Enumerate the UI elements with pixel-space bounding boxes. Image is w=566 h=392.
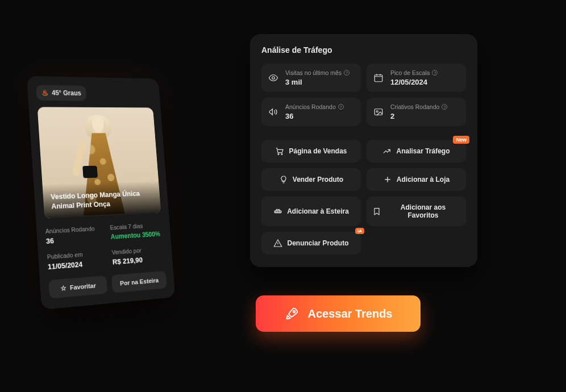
button-label: Página de Vendas xyxy=(289,147,347,155)
traffic-analysis-panel: Análise de Tráfego Visitas no último mês… xyxy=(250,34,477,267)
product-card-wrapper: ♨ 45° Graus Vestido Longo Manga Única An… xyxy=(34,74,182,309)
add-store-button[interactable]: Adicionar à Loja xyxy=(367,168,466,191)
meta-value: Aumentou 3500% xyxy=(110,230,163,241)
stat-label: Pico de Escala? xyxy=(390,69,438,76)
button-label: Adicionar aos Favoritos xyxy=(386,203,460,219)
conveyor-icon xyxy=(273,207,282,216)
rocket-icon xyxy=(284,306,300,322)
plus-icon xyxy=(383,175,392,184)
button-label: Denunciar Produto xyxy=(287,239,348,247)
add-favorites-button[interactable]: Adicionar aos Favoritos xyxy=(367,197,466,226)
meta-value: 36 xyxy=(46,233,102,245)
star-icon: ☆ xyxy=(60,284,66,293)
button-label: Adicionar à Esteira xyxy=(287,207,349,215)
meta-scale: Escala 7 dias Aumentou 3500% xyxy=(110,222,163,241)
panel-title: Análise de Tráfego xyxy=(261,45,466,55)
svg-rect-1 xyxy=(374,75,382,82)
stat-value: 36 xyxy=(285,112,344,120)
stat-ads: Anúncios Rodando? 36 xyxy=(261,98,361,126)
ia-badge: IA xyxy=(355,228,364,234)
help-icon[interactable]: ? xyxy=(442,104,447,110)
svg-point-9 xyxy=(280,211,280,212)
svg-point-10 xyxy=(293,311,295,313)
esteira-button[interactable]: Por na Esteira xyxy=(111,271,167,293)
product-card: ♨ 45° Graus Vestido Longo Manga Única An… xyxy=(27,76,176,310)
button-label: Adicionar à Loja xyxy=(397,176,450,184)
stat-value: 3 mil xyxy=(285,78,349,86)
esteira-label: Por na Esteira xyxy=(120,277,159,286)
product-meta: Anúncios Rodando 36 Escala 7 dias Aument… xyxy=(45,222,165,271)
megaphone-icon xyxy=(268,107,278,117)
sell-product-button[interactable]: Vender Produto xyxy=(261,168,361,191)
new-badge: New xyxy=(453,136,469,144)
sales-page-button[interactable]: Página de Vendas xyxy=(261,140,361,162)
eye-icon xyxy=(268,73,278,83)
actions-grid: Página de Vendas Analisar Tráfego New Ve… xyxy=(261,140,466,255)
svg-point-8 xyxy=(277,211,278,212)
meta-price: Vendido por R$ 219,90 xyxy=(111,245,165,266)
calendar-icon xyxy=(373,73,384,83)
help-icon[interactable]: ? xyxy=(338,104,344,110)
stats-grid: Visitas no último mês? 3 mil Pico de Esc… xyxy=(261,64,466,126)
button-label: Analisar Tráfego xyxy=(396,147,450,155)
svg-point-0 xyxy=(272,77,275,80)
stat-peak: Pico de Escala? 12/05/2024 xyxy=(367,64,466,92)
help-icon[interactable]: ? xyxy=(344,70,349,76)
bookmark-icon xyxy=(372,207,381,216)
stat-label: Visitas no último mês? xyxy=(285,69,349,76)
product-title: Vestido Longo Manga Única Animal Print O… xyxy=(43,181,161,219)
access-trends-button[interactable]: Acessar Trends xyxy=(256,295,421,332)
meta-published: Publicado em 11/05/2024 xyxy=(47,249,103,271)
heat-chip: ♨ 45° Graus xyxy=(36,85,87,101)
favorite-button[interactable]: ☆ Favoritar xyxy=(48,276,107,299)
card-actions: ☆ Favoritar Por na Esteira xyxy=(48,271,167,299)
add-esteira-button[interactable]: Adicionar à Esteira xyxy=(261,197,361,226)
stat-label: Anúncios Rodando? xyxy=(285,103,344,110)
stat-creatives: Criativos Rodando? 2 xyxy=(367,98,466,126)
meta-value: 11/05/2024 xyxy=(47,258,103,271)
analyze-traffic-button[interactable]: Analisar Tráfego New xyxy=(367,140,466,162)
cta-label: Acessar Trends xyxy=(308,307,393,320)
image-icon xyxy=(373,107,384,117)
button-label: Vender Produto xyxy=(293,176,343,184)
svg-point-4 xyxy=(278,153,279,155)
svg-point-5 xyxy=(281,153,282,155)
warning-icon xyxy=(273,239,282,248)
meta-value: R$ 219,90 xyxy=(112,254,165,266)
favorite-label: Favoritar xyxy=(70,282,96,291)
stat-value: 12/05/2024 xyxy=(390,78,438,86)
flame-icon: ♨ xyxy=(41,89,49,98)
svg-point-3 xyxy=(376,111,378,112)
stat-visits: Visitas no último mês? 3 mil xyxy=(261,64,361,92)
stat-value: 2 xyxy=(390,112,447,120)
heat-label: 45° Graus xyxy=(52,89,81,97)
report-product-button[interactable]: Denunciar Produto IA xyxy=(261,232,361,255)
product-image: Vestido Longo Manga Única Animal Print O… xyxy=(38,107,161,219)
meta-label: Anúncios Rodando xyxy=(45,225,101,235)
meta-ads: Anúncios Rodando 36 xyxy=(45,225,102,245)
meta-label: Escala 7 dias xyxy=(110,222,162,231)
stat-label: Criativos Rodando? xyxy=(390,103,447,110)
svg-point-7 xyxy=(276,211,276,212)
lightbulb-icon xyxy=(279,175,288,184)
help-icon[interactable]: ? xyxy=(432,70,438,76)
trending-up-icon xyxy=(382,147,392,156)
cart-icon xyxy=(275,147,284,156)
